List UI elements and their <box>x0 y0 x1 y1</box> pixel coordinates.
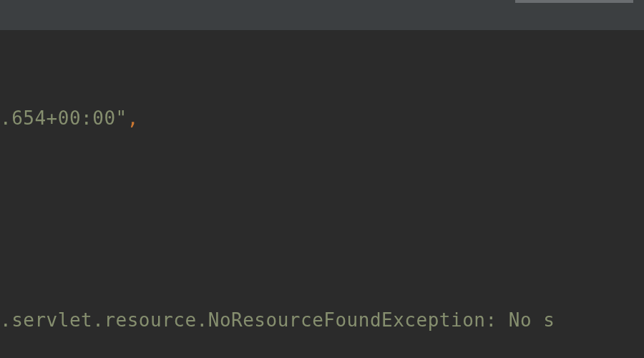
code-line: .servlet.resource.NoResourceFoundExcepti… <box>0 306 644 334</box>
code-text: .servlet.resource.NoResourceFoundExcepti… <box>0 309 555 331</box>
code-text: .654+00:00" <box>0 107 127 129</box>
code-editor-area[interactable]: .654+00:00", .servlet.resource.NoResourc… <box>0 30 644 358</box>
top-bar-highlight <box>515 0 633 3</box>
code-line: .654+00:00", <box>0 104 644 132</box>
editor-top-bar <box>0 0 644 30</box>
comma-token: , <box>127 107 139 129</box>
